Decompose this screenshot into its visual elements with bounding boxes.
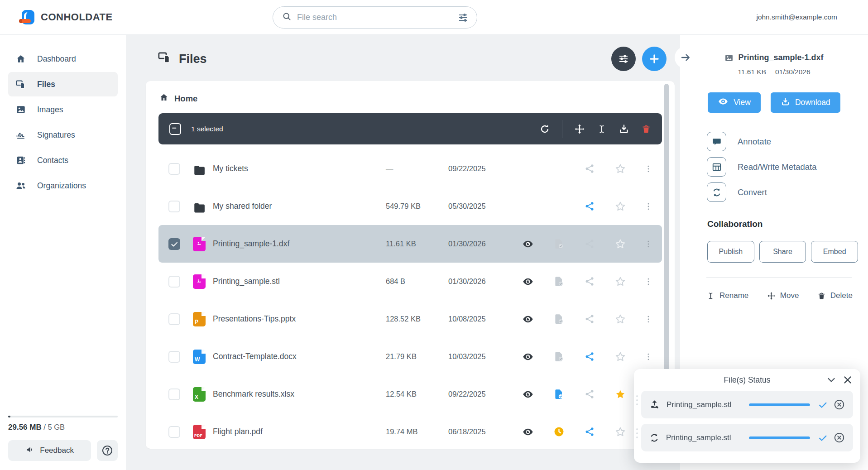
star-icon[interactable] xyxy=(614,388,626,400)
metadata-action[interactable]: Read/Write Metadata xyxy=(707,157,868,177)
sidebar-item-dashboard[interactable]: Dashboard xyxy=(8,47,118,71)
table-row[interactable]: PPresentations-Tips.pptx128.52 KB10/08/2… xyxy=(158,300,662,338)
dismiss-icon[interactable] xyxy=(834,432,845,443)
preview-eye-icon[interactable] xyxy=(522,276,534,288)
share-icon[interactable] xyxy=(585,239,595,249)
share-icon[interactable] xyxy=(585,163,595,174)
preview-eye-icon[interactable] xyxy=(522,426,534,438)
file-processed-icon[interactable] xyxy=(553,351,565,362)
delete-link[interactable]: Delete xyxy=(817,291,853,300)
close-popup-icon[interactable] xyxy=(842,374,853,385)
embed-button[interactable]: Embed xyxy=(811,241,858,263)
file-name[interactable]: Printing_sample-1.dxf xyxy=(213,239,386,249)
file-size: 549.79 KB xyxy=(386,202,448,211)
row-checkbox[interactable] xyxy=(168,426,180,438)
star-icon[interactable] xyxy=(614,163,626,175)
search-input[interactable] xyxy=(297,13,458,22)
row-checkbox[interactable] xyxy=(168,276,180,288)
collapse-popup-icon[interactable] xyxy=(826,374,837,385)
share-icon[interactable] xyxy=(585,351,595,362)
download-icon[interactable] xyxy=(619,124,629,134)
table-row[interactable]: My tickets—09/22/2025 xyxy=(158,150,662,187)
sidebar-item-files[interactable]: Files xyxy=(8,72,118,96)
download-button[interactable]: Download xyxy=(771,92,840,113)
kebab-menu-icon[interactable] xyxy=(644,240,653,249)
view-settings-button[interactable] xyxy=(611,47,636,71)
feedback-button[interactable]: Feedback xyxy=(8,440,91,461)
preview-eye-icon[interactable] xyxy=(522,238,534,250)
move-link[interactable]: Move xyxy=(767,291,799,300)
row-checkbox[interactable] xyxy=(168,351,180,363)
file-name[interactable]: Printing_sample.stl xyxy=(213,277,386,286)
file-name[interactable]: Presentations-Tips.pptx xyxy=(213,314,386,324)
share-icon[interactable] xyxy=(585,276,595,287)
kebab-menu-icon[interactable] xyxy=(644,315,653,324)
table-row[interactable]: Printing_sample.stl684 B01/30/2026 xyxy=(158,263,662,300)
star-icon[interactable] xyxy=(614,351,626,363)
table-row[interactable]: PDFFlight plan.pdf19.74 MB06/18/2025 xyxy=(158,413,662,451)
dismiss-icon[interactable] xyxy=(834,399,845,410)
share-icon[interactable] xyxy=(585,389,595,399)
file-processed-icon[interactable] xyxy=(553,276,565,287)
file-date: 10/08/2025 xyxy=(448,315,513,323)
share-button[interactable]: Share xyxy=(759,241,806,263)
share-icon[interactable] xyxy=(585,427,595,437)
file-search-bar[interactable] xyxy=(273,6,477,29)
collapse-panel-button[interactable] xyxy=(675,47,696,68)
annotate-action[interactable]: Annotate xyxy=(707,132,868,151)
kebab-menu-icon[interactable] xyxy=(644,352,653,361)
rename-icon[interactable] xyxy=(597,124,607,134)
preview-eye-icon[interactable] xyxy=(522,351,534,363)
file-name[interactable]: Benchmark results.xlsx xyxy=(213,389,386,399)
file-name[interactable]: My tickets xyxy=(213,164,386,173)
preview-eye-icon[interactable] xyxy=(522,388,534,400)
refresh-icon[interactable] xyxy=(539,124,550,134)
kebab-menu-icon[interactable] xyxy=(644,202,653,211)
file-processed-icon[interactable] xyxy=(553,313,565,325)
table-row[interactable]: Printing_sample-1.dxf11.61 KB01/30/2026 xyxy=(158,225,662,263)
preview-eye-icon[interactable] xyxy=(522,313,534,325)
row-checkbox[interactable] xyxy=(168,201,180,212)
select-all-checkbox[interactable] xyxy=(169,123,181,135)
row-checkbox[interactable] xyxy=(168,388,180,400)
kebab-menu-icon[interactable] xyxy=(644,164,653,173)
share-icon[interactable] xyxy=(585,314,595,324)
sidebar-item-images[interactable]: Images xyxy=(8,97,118,122)
star-icon[interactable] xyxy=(614,276,626,288)
row-checkbox[interactable] xyxy=(168,163,180,175)
table-row[interactable]: XBenchmark results.xlsx12.54 KB09/22/202… xyxy=(158,375,662,413)
rename-link[interactable]: Rename xyxy=(706,291,748,300)
file-name[interactable]: Flight plan.pdf xyxy=(213,427,386,436)
sidebar-item-contacts[interactable]: Contacts xyxy=(8,148,118,173)
add-file-button[interactable] xyxy=(642,47,667,71)
star-icon[interactable] xyxy=(614,313,626,325)
search-filter-icon[interactable] xyxy=(458,12,469,23)
table-row[interactable]: My shared folder549.79 KB05/30/2025 xyxy=(158,187,662,225)
publish-button[interactable]: Publish xyxy=(707,241,754,263)
file-processed-icon[interactable] xyxy=(553,388,565,400)
row-checkbox[interactable] xyxy=(168,238,180,250)
avatar[interactable] xyxy=(844,10,859,25)
move-icon[interactable] xyxy=(574,124,585,134)
row-checkbox[interactable] xyxy=(168,313,180,325)
convert-action[interactable]: Convert xyxy=(707,182,868,202)
popup-title: File(s) Status xyxy=(724,375,770,385)
share-icon[interactable] xyxy=(585,201,595,211)
kebab-menu-icon[interactable] xyxy=(644,277,653,286)
pending-clock-icon[interactable] xyxy=(553,426,565,437)
storage-used: 29.56 MB xyxy=(8,423,42,432)
brand-logo[interactable]: CONHOLDATE xyxy=(20,9,113,25)
file-processed-icon[interactable] xyxy=(553,238,565,249)
star-icon[interactable] xyxy=(614,238,626,250)
file-name[interactable]: My shared folder xyxy=(213,201,386,211)
delete-icon[interactable] xyxy=(641,124,651,134)
table-row[interactable]: WContract-Template.docx21.79 KB10/03/202… xyxy=(158,338,662,375)
breadcrumb[interactable]: Home xyxy=(146,81,675,111)
star-icon[interactable] xyxy=(614,201,626,212)
sidebar-item-organizations[interactable]: Organizations xyxy=(8,173,118,198)
star-icon[interactable] xyxy=(614,426,626,438)
help-button[interactable] xyxy=(97,440,118,461)
view-button[interactable]: View xyxy=(708,92,761,113)
sidebar-item-signatures[interactable]: Signatures xyxy=(8,123,118,147)
file-name[interactable]: Contract-Template.docx xyxy=(213,352,386,361)
